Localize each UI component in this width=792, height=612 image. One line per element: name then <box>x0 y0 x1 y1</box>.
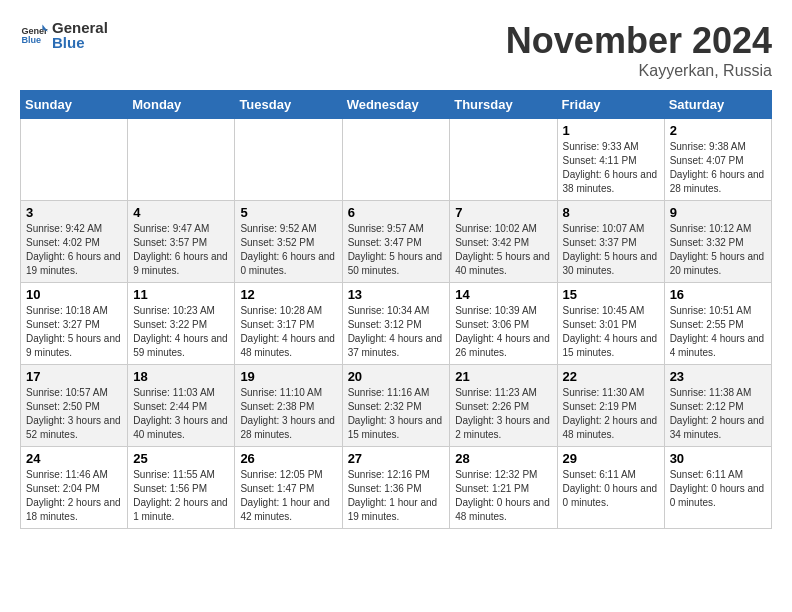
day-cell: 23Sunrise: 11:38 AM Sunset: 2:12 PM Dayl… <box>664 365 771 447</box>
day-cell: 25Sunrise: 11:55 AM Sunset: 1:56 PM Dayl… <box>128 447 235 529</box>
day-cell: 24Sunrise: 11:46 AM Sunset: 2:04 PM Dayl… <box>21 447 128 529</box>
day-cell <box>235 119 342 201</box>
day-number: 1 <box>563 123 659 138</box>
week-row-1: 1Sunrise: 9:33 AM Sunset: 4:11 PM Daylig… <box>21 119 772 201</box>
day-cell: 17Sunrise: 10:57 AM Sunset: 2:50 PM Dayl… <box>21 365 128 447</box>
day-number: 7 <box>455 205 551 220</box>
week-row-3: 10Sunrise: 10:18 AM Sunset: 3:27 PM Dayl… <box>21 283 772 365</box>
day-number: 25 <box>133 451 229 466</box>
day-number: 20 <box>348 369 445 384</box>
day-number: 11 <box>133 287 229 302</box>
day-detail: Sunrise: 10:02 AM Sunset: 3:42 PM Daylig… <box>455 222 551 278</box>
location-title: Kayyerkan, Russia <box>506 62 772 80</box>
day-detail: Sunset: 6:11 AM Daylight: 0 hours and 0 … <box>670 468 766 510</box>
weekday-header-row: SundayMondayTuesdayWednesdayThursdayFrid… <box>21 91 772 119</box>
day-number: 8 <box>563 205 659 220</box>
day-cell: 10Sunrise: 10:18 AM Sunset: 3:27 PM Dayl… <box>21 283 128 365</box>
weekday-header-friday: Friday <box>557 91 664 119</box>
weekday-header-monday: Monday <box>128 91 235 119</box>
day-cell: 8Sunrise: 10:07 AM Sunset: 3:37 PM Dayli… <box>557 201 664 283</box>
weekday-header-saturday: Saturday <box>664 91 771 119</box>
day-cell: 1Sunrise: 9:33 AM Sunset: 4:11 PM Daylig… <box>557 119 664 201</box>
day-detail: Sunrise: 11:23 AM Sunset: 2:26 PM Daylig… <box>455 386 551 442</box>
day-cell <box>342 119 450 201</box>
day-number: 18 <box>133 369 229 384</box>
day-number: 5 <box>240 205 336 220</box>
day-number: 6 <box>348 205 445 220</box>
day-detail: Sunrise: 9:57 AM Sunset: 3:47 PM Dayligh… <box>348 222 445 278</box>
day-detail: Sunrise: 10:51 AM Sunset: 2:55 PM Daylig… <box>670 304 766 360</box>
day-detail: Sunrise: 10:07 AM Sunset: 3:37 PM Daylig… <box>563 222 659 278</box>
logo: General Blue General Blue <box>20 20 108 50</box>
week-row-2: 3Sunrise: 9:42 AM Sunset: 4:02 PM Daylig… <box>21 201 772 283</box>
day-cell: 11Sunrise: 10:23 AM Sunset: 3:22 PM Dayl… <box>128 283 235 365</box>
day-detail: Sunrise: 10:23 AM Sunset: 3:22 PM Daylig… <box>133 304 229 360</box>
day-number: 23 <box>670 369 766 384</box>
day-cell: 5Sunrise: 9:52 AM Sunset: 3:52 PM Daylig… <box>235 201 342 283</box>
day-detail: Sunrise: 9:52 AM Sunset: 3:52 PM Dayligh… <box>240 222 336 278</box>
day-number: 12 <box>240 287 336 302</box>
logo-icon: General Blue <box>20 21 48 49</box>
day-number: 29 <box>563 451 659 466</box>
day-number: 15 <box>563 287 659 302</box>
day-cell: 22Sunrise: 11:30 AM Sunset: 2:19 PM Dayl… <box>557 365 664 447</box>
day-cell <box>128 119 235 201</box>
day-detail: Sunrise: 11:03 AM Sunset: 2:44 PM Daylig… <box>133 386 229 442</box>
day-number: 19 <box>240 369 336 384</box>
day-number: 2 <box>670 123 766 138</box>
day-detail: Sunrise: 10:39 AM Sunset: 3:06 PM Daylig… <box>455 304 551 360</box>
day-number: 27 <box>348 451 445 466</box>
day-number: 16 <box>670 287 766 302</box>
day-detail: Sunrise: 11:46 AM Sunset: 2:04 PM Daylig… <box>26 468 122 524</box>
logo-general: General <box>52 20 108 35</box>
day-number: 10 <box>26 287 122 302</box>
weekday-header-tuesday: Tuesday <box>235 91 342 119</box>
day-detail: Sunrise: 11:30 AM Sunset: 2:19 PM Daylig… <box>563 386 659 442</box>
day-cell: 26Sunrise: 12:05 PM Sunset: 1:47 PM Dayl… <box>235 447 342 529</box>
svg-text:Blue: Blue <box>21 35 41 45</box>
weekday-header-wednesday: Wednesday <box>342 91 450 119</box>
day-detail: Sunrise: 12:05 PM Sunset: 1:47 PM Daylig… <box>240 468 336 524</box>
day-cell: 19Sunrise: 11:10 AM Sunset: 2:38 PM Dayl… <box>235 365 342 447</box>
day-cell: 4Sunrise: 9:47 AM Sunset: 3:57 PM Daylig… <box>128 201 235 283</box>
day-cell: 30Sunset: 6:11 AM Daylight: 0 hours and … <box>664 447 771 529</box>
day-number: 24 <box>26 451 122 466</box>
day-number: 14 <box>455 287 551 302</box>
day-detail: Sunrise: 10:12 AM Sunset: 3:32 PM Daylig… <box>670 222 766 278</box>
day-cell: 16Sunrise: 10:51 AM Sunset: 2:55 PM Dayl… <box>664 283 771 365</box>
page-header: General Blue General Blue November 2024 … <box>20 20 772 80</box>
day-cell: 27Sunrise: 12:16 PM Sunset: 1:36 PM Dayl… <box>342 447 450 529</box>
day-cell: 12Sunrise: 10:28 AM Sunset: 3:17 PM Dayl… <box>235 283 342 365</box>
weekday-header-sunday: Sunday <box>21 91 128 119</box>
day-cell: 28Sunrise: 12:32 PM Sunset: 1:21 PM Dayl… <box>450 447 557 529</box>
day-detail: Sunrise: 9:42 AM Sunset: 4:02 PM Dayligh… <box>26 222 122 278</box>
week-row-4: 17Sunrise: 10:57 AM Sunset: 2:50 PM Dayl… <box>21 365 772 447</box>
day-number: 9 <box>670 205 766 220</box>
day-cell: 3Sunrise: 9:42 AM Sunset: 4:02 PM Daylig… <box>21 201 128 283</box>
day-cell: 6Sunrise: 9:57 AM Sunset: 3:47 PM Daylig… <box>342 201 450 283</box>
day-number: 28 <box>455 451 551 466</box>
day-cell: 29Sunset: 6:11 AM Daylight: 0 hours and … <box>557 447 664 529</box>
day-number: 3 <box>26 205 122 220</box>
day-detail: Sunrise: 11:10 AM Sunset: 2:38 PM Daylig… <box>240 386 336 442</box>
day-cell: 15Sunrise: 10:45 AM Sunset: 3:01 PM Dayl… <box>557 283 664 365</box>
day-cell: 18Sunrise: 11:03 AM Sunset: 2:44 PM Dayl… <box>128 365 235 447</box>
day-number: 21 <box>455 369 551 384</box>
logo-blue: Blue <box>52 35 108 50</box>
day-number: 26 <box>240 451 336 466</box>
day-detail: Sunrise: 12:32 PM Sunset: 1:21 PM Daylig… <box>455 468 551 524</box>
day-number: 4 <box>133 205 229 220</box>
day-cell: 14Sunrise: 10:39 AM Sunset: 3:06 PM Dayl… <box>450 283 557 365</box>
day-detail: Sunrise: 9:47 AM Sunset: 3:57 PM Dayligh… <box>133 222 229 278</box>
day-detail: Sunrise: 11:55 AM Sunset: 1:56 PM Daylig… <box>133 468 229 524</box>
month-title: November 2024 <box>506 20 772 62</box>
title-area: November 2024 Kayyerkan, Russia <box>506 20 772 80</box>
day-detail: Sunrise: 9:33 AM Sunset: 4:11 PM Dayligh… <box>563 140 659 196</box>
day-detail: Sunrise: 11:38 AM Sunset: 2:12 PM Daylig… <box>670 386 766 442</box>
day-detail: Sunrise: 10:45 AM Sunset: 3:01 PM Daylig… <box>563 304 659 360</box>
day-cell: 7Sunrise: 10:02 AM Sunset: 3:42 PM Dayli… <box>450 201 557 283</box>
day-cell <box>21 119 128 201</box>
day-cell: 2Sunrise: 9:38 AM Sunset: 4:07 PM Daylig… <box>664 119 771 201</box>
day-detail: Sunset: 6:11 AM Daylight: 0 hours and 0 … <box>563 468 659 510</box>
day-detail: Sunrise: 10:28 AM Sunset: 3:17 PM Daylig… <box>240 304 336 360</box>
